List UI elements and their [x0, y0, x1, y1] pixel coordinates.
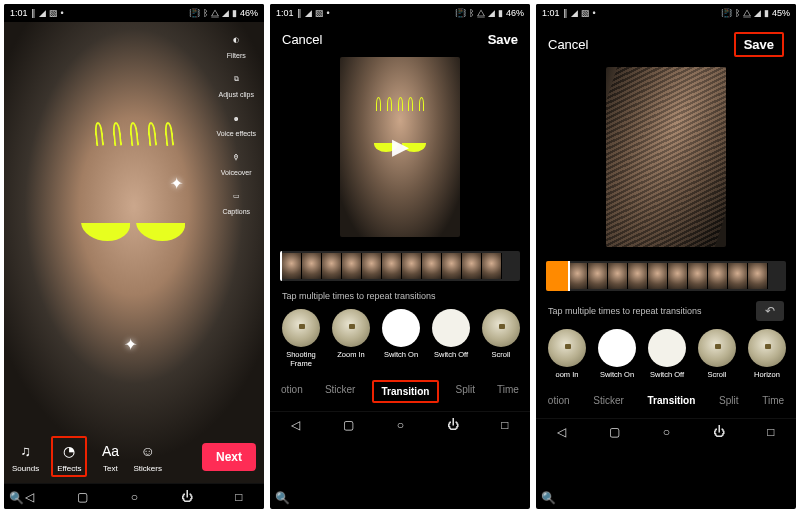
next-button[interactable]: Next	[202, 443, 256, 471]
tab-split[interactable]: Split	[713, 391, 744, 410]
android-nav-bar: ◁ ▢ ○ ⏻ □	[4, 483, 264, 509]
tab-time[interactable]: Time	[756, 391, 790, 410]
effect-label: Switch Off	[650, 370, 684, 379]
screen-transition-applied: 1:01 ‖ ◢ ▧ • 📳 ᛒ ⧋ ◢ ▮ 45% Cancel Save ▶…	[536, 4, 796, 509]
effect-switch-on[interactable]: Switch On	[380, 309, 422, 368]
zoom-icon[interactable]: 🔍	[540, 490, 557, 506]
effect-switch-off[interactable]: Switch Off	[646, 329, 688, 379]
nav-square-icon[interactable]: □	[767, 425, 774, 439]
tab-motion[interactable]: otion	[275, 380, 309, 403]
nav-recent-icon[interactable]: ▢	[609, 425, 620, 439]
effect-horizon[interactable]: Horizon	[746, 329, 788, 379]
tool-label: Voiceover	[221, 169, 252, 176]
effect-switch-off[interactable]: Switch Off	[430, 309, 472, 368]
tab-transition[interactable]: Transition	[372, 380, 440, 403]
effect-label: Zoom In	[337, 350, 365, 359]
video-preview-full[interactable]: ✦ ✦ ← ◐ Filters ⧉ Adjust clips ☻ Voice e…	[4, 22, 264, 483]
nav-home-icon[interactable]: ○	[131, 490, 138, 504]
battery-icon: ▮	[232, 8, 237, 18]
video-timeline[interactable]	[280, 251, 520, 281]
effect-zoom-in[interactable]: Zoom In	[330, 309, 372, 368]
bottom-toolbar: ♫ Sounds ◔ Effects Aa Text ☺ Stickers Ne…	[4, 428, 264, 483]
tab-transition[interactable]: Transition	[642, 391, 702, 410]
save-button[interactable]: Save	[734, 32, 784, 57]
effect-label: oom In	[556, 370, 579, 379]
dot-icon: •	[593, 8, 596, 18]
tab-split[interactable]: Split	[449, 380, 480, 403]
hint-row: Tap multiple times to repeat transitions	[270, 285, 530, 305]
preview-container: ▶	[536, 63, 796, 255]
undo-button[interactable]: ↶	[756, 301, 784, 321]
timeline-playhead[interactable]	[280, 251, 282, 281]
status-bar: 1:01 ‖ ◢ ▧ • 📳 ᛒ ⧋ ◢ ▮ 45%	[536, 4, 796, 22]
zoom-icon[interactable]: 🔍	[274, 490, 291, 506]
label: Stickers	[133, 464, 161, 473]
nav-recent-icon[interactable]: ▢	[343, 418, 354, 432]
sounds-button[interactable]: ♫ Sounds	[12, 440, 39, 473]
mic-icon: 🎙	[226, 147, 246, 167]
wifi-icon: ⧋	[211, 8, 219, 19]
signal-icon: ◢	[305, 8, 312, 18]
battery-icon: ▮	[764, 8, 769, 18]
nav-power-icon[interactable]: ⏻	[447, 418, 459, 432]
hint-row: Tap multiple times to repeat transitions…	[536, 295, 796, 325]
play-icon[interactable]: ▶	[658, 144, 675, 170]
captions-button[interactable]: ▭ Captions	[222, 186, 250, 215]
video-preview[interactable]: ▶	[606, 67, 726, 247]
stickers-button[interactable]: ☺ Stickers	[133, 440, 161, 473]
wifi-icon: ⧋	[743, 8, 751, 19]
timeline-playhead[interactable]	[568, 261, 570, 291]
cancel-button[interactable]: Cancel	[282, 32, 322, 47]
nav-power-icon[interactable]: ⏻	[713, 425, 725, 439]
nav-back-icon[interactable]: ◁	[25, 490, 34, 504]
effect-label: Shooting Frame	[280, 350, 322, 368]
zoom-icon[interactable]: 🔍	[8, 490, 25, 506]
nav-back-icon[interactable]: ◁	[557, 425, 566, 439]
adjust-clips-button[interactable]: ⧉ Adjust clips	[219, 69, 254, 98]
nav-square-icon[interactable]: □	[235, 490, 242, 504]
nav-recent-icon[interactable]: ▢	[77, 490, 88, 504]
filters-button[interactable]: ◐ Filters	[226, 30, 246, 59]
tool-label: Voice effects	[216, 130, 256, 137]
effect-switch-on[interactable]: Switch On	[596, 329, 638, 379]
text-button[interactable]: Aa Text	[99, 440, 121, 473]
effect-shooting-frame[interactable]: Shooting Frame	[280, 309, 322, 368]
tool-label: Adjust clips	[219, 91, 254, 98]
effects-button[interactable]: ◔ Effects	[51, 436, 87, 477]
adjust-icon: ⧉	[226, 69, 246, 89]
nav-back-icon[interactable]: ◁	[291, 418, 300, 432]
nav-power-icon[interactable]: ⏻	[181, 490, 193, 504]
tab-sticker[interactable]: Sticker	[319, 380, 362, 403]
tab-time[interactable]: Time	[491, 380, 525, 403]
video-timeline[interactable]	[546, 261, 786, 291]
effect-category-tabs: otion Sticker Transition Split Time	[536, 385, 796, 418]
tab-sticker[interactable]: Sticker	[587, 391, 630, 410]
tab-motion[interactable]: otion	[542, 391, 576, 410]
effect-zoom-in[interactable]: oom In	[546, 329, 588, 379]
status-time: 1:01	[542, 8, 560, 18]
cancel-button[interactable]: Cancel	[548, 37, 588, 52]
effect-label: Switch On	[384, 350, 418, 359]
cell-icon: ◢	[754, 8, 761, 18]
pause-icon: ‖	[297, 8, 302, 18]
nav-square-icon[interactable]: □	[501, 418, 508, 432]
nav-home-icon[interactable]: ○	[397, 418, 404, 432]
effects-carousel[interactable]: Shooting Frame Zoom In Switch On Switch …	[270, 305, 530, 374]
vibrate-icon: 📳	[721, 8, 732, 18]
effect-scroll[interactable]: Scroll	[696, 329, 738, 379]
effect-scroll[interactable]: Scroll	[480, 309, 522, 368]
status-bar: 1:01 ‖ ◢ ▧ • 📳 ᛒ ⧋ ◢ ▮ 46%	[270, 4, 530, 22]
cell-icon: ◢	[488, 8, 495, 18]
effects-carousel[interactable]: oom In Switch On Switch Off Scroll Horiz…	[536, 325, 796, 385]
pause-icon: ‖	[563, 8, 568, 18]
effect-category-tabs: otion Sticker Transition Split Time	[270, 374, 530, 411]
voice-effects-button[interactable]: ☻ Voice effects	[216, 108, 256, 137]
bluetooth-icon: ᛒ	[469, 8, 474, 18]
screen-transition-editor: 1:01 ‖ ◢ ▧ • 📳 ᛒ ⧋ ◢ ▮ 46% Cancel Save ▶…	[270, 4, 530, 509]
play-icon[interactable]: ▶	[392, 134, 409, 160]
save-button[interactable]: Save	[488, 32, 518, 47]
video-preview[interactable]: ▶	[340, 57, 460, 237]
voiceover-button[interactable]: 🎙 Voiceover	[221, 147, 252, 176]
status-battery: 46%	[240, 8, 258, 18]
nav-home-icon[interactable]: ○	[663, 425, 670, 439]
